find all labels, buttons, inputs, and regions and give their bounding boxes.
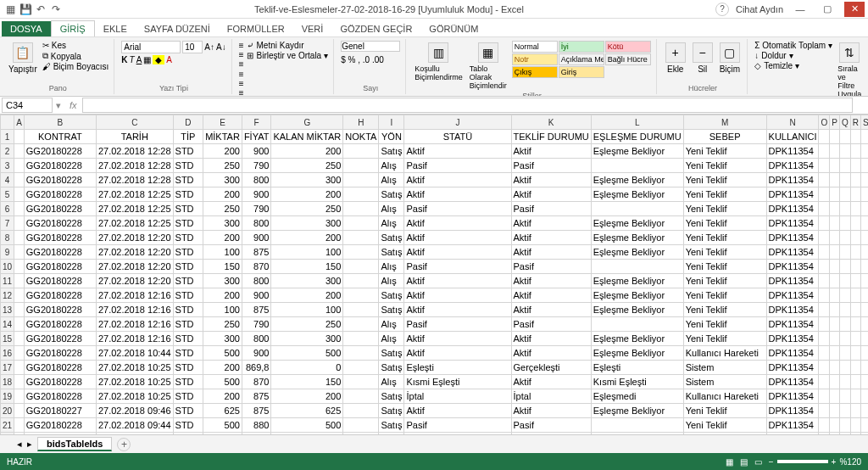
row-header[interactable]: 3 [1,159,14,173]
cell[interactable]: 27.02.2018 12:20 [96,231,173,245]
cell[interactable]: Alış [379,216,404,231]
cell[interactable]: 27.02.2018 12:16 [96,317,173,332]
cell[interactable]: Yeni Teklif [683,260,766,274]
currency-icon[interactable]: $ [341,55,346,64]
font-name-select[interactable] [121,41,181,53]
zoom-in-button[interactable]: + [832,457,837,467]
cell[interactable]: Pasif [404,418,511,433]
cell[interactable]: Gerçekleşti [511,361,591,375]
row-header[interactable]: 15 [1,332,14,346]
cell[interactable]: 790 [242,317,271,332]
cell[interactable]: DPK11354 [766,274,819,288]
col-header-D[interactable]: D [173,115,203,130]
col-header-K[interactable]: K [511,115,591,130]
cell[interactable]: Aktif [404,404,511,418]
cell[interactable]: 300 [271,332,343,346]
zoom-out-button[interactable]: − [769,457,774,467]
cell[interactable]: GG20180228 [24,332,96,346]
redo-icon[interactable]: ↷ [49,3,63,16]
cell[interactable]: 900 [242,144,271,159]
cell[interactable]: 900 [242,288,271,303]
cell[interactable]: Yeni Teklif [683,202,766,216]
cell[interactable]: 800 [242,173,271,187]
cell[interactable]: DPK11354 [766,404,819,418]
cell[interactable] [343,245,379,260]
cell[interactable]: 500 [271,346,343,361]
row-header[interactable]: 10 [1,260,14,274]
row-header[interactable]: 21 [1,418,14,433]
cell[interactable] [343,303,379,317]
zoom-level[interactable]: %120 [839,457,861,467]
cell[interactable]: 200 [271,187,343,202]
cell[interactable]: Satış [379,187,404,202]
name-box[interactable]: C34 [2,98,53,113]
cell[interactable]: Yeni Teklif [683,216,766,231]
cell[interactable] [343,260,379,274]
cell[interactable]: 27.02.2018 12:25 [96,202,173,216]
cell[interactable]: Yeni Teklif [683,418,766,433]
cell[interactable]: Aktif [511,187,591,202]
cell[interactable]: GG20180228 [24,274,96,288]
cell[interactable]: DPK11354 [766,303,819,317]
cell[interactable]: Satış [379,144,404,159]
view-normal-icon[interactable]: ▦ [726,457,733,467]
cell[interactable]: GG20180228 [24,361,96,375]
cell[interactable]: Aktif [511,231,591,245]
tab-formulas[interactable]: FORMÜLLER [219,21,293,36]
font-color-button[interactable]: A [166,55,172,64]
row-header[interactable]: 2 [1,144,14,159]
cell[interactable]: 26.02.2018 15:02 [96,433,173,435]
data-column-header[interactable]: SEBEP [683,130,766,144]
cell[interactable]: GG20180228 [24,245,96,260]
close-button[interactable]: ✕ [844,2,865,17]
tab-home[interactable]: GİRİŞ [51,20,95,36]
cell[interactable]: Satış [379,389,404,404]
insert-cells-button[interactable]: +Ekle [664,41,687,76]
col-header-L[interactable]: L [591,115,683,130]
cell[interactable]: GG20180227 [24,404,96,418]
maximize-button[interactable]: ▢ [817,2,837,17]
data-column-header[interactable]: KULLANICI [766,130,819,144]
cell[interactable]: 27.02.2018 12:25 [96,216,173,231]
cell[interactable]: 200 [203,231,242,245]
cell[interactable]: Yeni Teklif [683,245,766,260]
cell[interactable]: Yeni Teklif [683,231,766,245]
cell[interactable]: Aktif [404,303,511,317]
data-column-header[interactable]: TARİH [96,130,173,144]
col-header-Q[interactable]: Q [839,115,850,130]
cell[interactable]: GG20180228 [24,288,96,303]
cell[interactable]: 300 [271,173,343,187]
cell[interactable]: DPK11354 [766,202,819,216]
save-icon[interactable]: 💾 [19,3,32,16]
col-header-S[interactable]: S [860,115,868,130]
cell[interactable] [343,202,379,216]
row-header[interactable]: 17 [1,361,14,375]
merge-center-button[interactable]: ⊞ Birleştir ve Ortala ▾ [247,51,328,60]
cell[interactable]: Satış [379,288,404,303]
cell[interactable]: Aktif [404,346,511,361]
cell[interactable]: GG20180228 [24,346,96,361]
cell[interactable]: Aktif [511,375,591,389]
tab-insert[interactable]: EKLE [95,21,136,36]
cell[interactable]: Satış [379,231,404,245]
cell[interactable]: 27.02.2018 09:46 [96,404,173,418]
inc-decimal-icon[interactable]: .0 [363,55,370,64]
cell[interactable]: DPK11354 [766,231,819,245]
help-icon[interactable]: ? [715,3,729,16]
formula-bar[interactable] [82,98,853,113]
cell[interactable]: Pasif [404,317,511,332]
data-column-header[interactable]: STATÜ [404,130,511,144]
cell[interactable]: STD [173,361,203,375]
cell[interactable] [343,346,379,361]
cell[interactable] [343,274,379,288]
cell[interactable]: 27.02.2018 10:25 [96,389,173,404]
cell[interactable]: 27.02.2018 12:20 [96,260,173,274]
cell[interactable] [343,187,379,202]
cell[interactable]: Pasif [511,260,591,274]
cell[interactable]: GG20180228 [24,317,96,332]
cell[interactable]: 625 [203,404,242,418]
cell[interactable]: 500 [203,375,242,389]
cell[interactable]: 150 [271,260,343,274]
col-header-M[interactable]: M [683,115,766,130]
cell[interactable] [343,288,379,303]
